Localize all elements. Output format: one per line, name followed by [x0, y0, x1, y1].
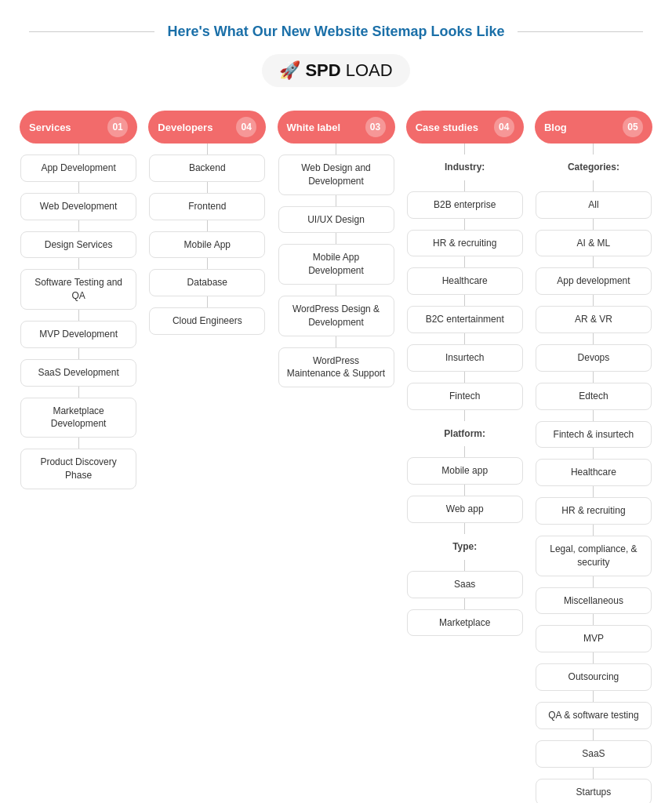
list-item: B2C entertainment: [407, 306, 523, 333]
list-item: Healthcare: [536, 459, 652, 486]
list-item: Cloud Engineers: [149, 307, 265, 335]
connector-v: [593, 525, 594, 536]
badge-label-case_studies: Case studies: [416, 122, 494, 133]
badge-white_label[interactable]: White label03: [278, 111, 395, 144]
node-wrapper: UI/UX Design: [278, 206, 394, 245]
connector-top-case_studies: [464, 144, 465, 154]
connector-v: [464, 446, 465, 457]
connector-v: [78, 182, 79, 193]
node-wrapper: Saas: [407, 571, 523, 609]
node-wrapper: Mobile app: [407, 457, 523, 496]
connector-v: [78, 310, 79, 321]
list-item: Marketplace Development: [20, 398, 136, 438]
connector-v: [336, 336, 336, 347]
list-item: Marketplace: [407, 609, 523, 637]
list-item: AR & VR: [536, 306, 652, 333]
connector-v: [464, 219, 465, 230]
list-item: HR & recruiting: [407, 230, 523, 257]
connector-v: [593, 576, 594, 587]
connector-top-services: [78, 144, 79, 154]
list-item: QA & software testing: [536, 702, 652, 729]
connector-v: [593, 768, 594, 779]
node-wrapper: HR & recruiting: [536, 497, 652, 536]
list-item: Devops: [536, 344, 652, 372]
connector-v: [593, 691, 594, 702]
connector-v: [464, 485, 465, 496]
badge-num-case_studies: 04: [494, 117, 514, 137]
badge-services[interactable]: Services01: [20, 111, 137, 144]
list-item: Software Testing and QA: [20, 269, 136, 310]
connector-v: [207, 296, 208, 307]
connector-v: [464, 180, 465, 191]
badge-num-services: 01: [107, 117, 128, 137]
node-wrapper: Healthcare: [536, 459, 652, 497]
rocket-icon: 🚀: [279, 60, 300, 81]
connector-v: [464, 598, 465, 609]
node-wrapper: Miscellaneous: [536, 587, 652, 626]
connector-v: [593, 333, 594, 344]
node-wrapper: Product Discovery Phase: [20, 449, 136, 489]
node-wrapper: HR & recruiting: [407, 230, 523, 268]
logo-spd: SPD: [305, 60, 340, 81]
list-item: Design Services: [20, 231, 136, 259]
list-item: All: [536, 191, 652, 219]
col-items-developers: BackendFrontendMobile AppDatabaseCloud E…: [144, 154, 270, 335]
badge-blog[interactable]: Blog05: [535, 111, 652, 144]
list-item: SaaS Development: [20, 359, 136, 387]
list-item: Database: [149, 269, 265, 296]
list-item: Edtech: [536, 383, 652, 410]
connector-v: [464, 372, 465, 383]
list-item: App development: [536, 267, 652, 295]
node-wrapper: WordPress Maintenance & Support: [278, 347, 394, 388]
node-wrapper: SaaS: [536, 740, 652, 779]
node-wrapper: App Development: [20, 154, 136, 193]
connector-v: [593, 295, 594, 306]
badge-num-white_label: 03: [365, 117, 386, 137]
node-wrapper: Web Design and Development: [278, 154, 394, 206]
list-item: App Development: [20, 154, 136, 182]
list-item: WordPress Design & Development: [278, 296, 394, 336]
node-wrapper: Software Testing and QA: [20, 269, 136, 321]
col-white_label: White label03Web Design and DevelopmentU…: [273, 111, 398, 387]
connector-top-blog: [593, 144, 594, 154]
connector-v: [336, 195, 336, 206]
connector-v: [593, 219, 594, 230]
col-items-blog: Categories:AllAI & MLApp developmentAR &…: [531, 154, 656, 803]
list-item: Web app: [407, 496, 523, 523]
node-wrapper: Frontend: [149, 193, 265, 231]
node-wrapper: AR & VR: [536, 306, 652, 344]
logo-load: LOAD: [346, 60, 393, 81]
node-wrapper: WordPress Design & Development: [278, 296, 394, 347]
badge-label-services: Services: [29, 122, 107, 133]
node-wrapper: Cloud Engineers: [149, 307, 265, 335]
badge-developers[interactable]: Developers04: [148, 111, 266, 144]
node-wrapper: Web app: [407, 496, 523, 534]
badge-case_studies[interactable]: Case studies04: [406, 111, 524, 144]
node-wrapper: Backend: [149, 154, 265, 193]
logo-area: 🚀 SPD LOAD: [262, 54, 409, 87]
list-item: Insurtech: [407, 344, 523, 372]
connector-v: [593, 410, 594, 421]
list-item: Miscellaneous: [536, 587, 652, 615]
node-wrapper: Fintech & insurtech: [536, 421, 652, 460]
node-wrapper: Mobile App: [149, 231, 265, 270]
node-wrapper: Web Development: [20, 193, 136, 231]
list-item: Outsourcing: [536, 663, 652, 691]
node-wrapper: Marketplace Development: [20, 398, 136, 449]
connector-v: [464, 333, 465, 344]
badge-num-developers: 04: [236, 117, 256, 137]
list-item: Web Development: [20, 193, 136, 220]
list-item: Fintech: [407, 383, 523, 410]
connector-v: [207, 182, 208, 193]
title-line-right: [518, 31, 643, 32]
list-item: Web Design and Development: [278, 154, 394, 195]
connector-v: [593, 486, 594, 497]
node-wrapper: Healthcare: [407, 267, 523, 306]
list-item: Backend: [149, 154, 265, 182]
node-wrapper: MVP Development: [20, 321, 136, 359]
node-wrapper: Type:: [407, 534, 523, 571]
col-items-white_label: Web Design and DevelopmentUI/UX DesignMo…: [273, 154, 398, 387]
connector-v: [336, 285, 336, 296]
node-wrapper: Design Services: [20, 231, 136, 270]
connector-v: [593, 180, 594, 191]
